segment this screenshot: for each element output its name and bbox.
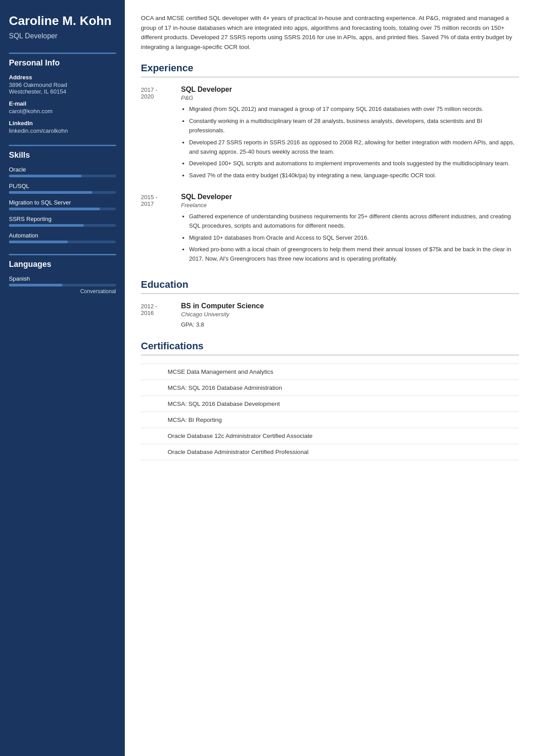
cert-item-3: MCSA: SQL 2016 Database Development xyxy=(141,396,519,412)
skill-plsql: PL/SQL xyxy=(9,183,116,194)
cert-item-4: MCSA: BI Reporting xyxy=(141,412,519,428)
certifications-section: Certifications MCSE Data Management and … xyxy=(141,340,519,460)
bullet-1-2: Constantly working in a multidisciplinar… xyxy=(189,117,519,135)
experience-section: Experience 2017 - 2020 SQL Developer P&G… xyxy=(141,62,519,266)
cert-item-6: Oracle Database Administrator Certified … xyxy=(141,444,519,460)
address-label: Address xyxy=(9,74,116,81)
bullet-2-3: Worked pro-bono with a local chain of gr… xyxy=(189,245,519,264)
resume-container: Caroline M. Kohn SQL Developer Personal … xyxy=(0,0,535,756)
certifications-heading: Certifications xyxy=(141,340,519,356)
bullet-2-1: Gathered experience of understanding bus… xyxy=(189,212,519,231)
bullet-2-2: Migrated 10+ databases from Oracle and A… xyxy=(189,233,519,243)
edu-gpa-1: GPA: 3.8 xyxy=(181,321,519,328)
skill-ssrs: SSRS Reporting xyxy=(9,216,116,227)
skill-automation: Automation xyxy=(9,232,116,243)
education-entry-1: 2012 - 2016 BS in Computer Science Chica… xyxy=(141,302,519,328)
education-heading: Education xyxy=(141,279,519,294)
skill-oracle: Oracle xyxy=(9,166,116,177)
address-value: 3896 Oakmound RoadWestchester, IL 60154 xyxy=(9,82,116,95)
experience-entry-1: 2017 - 2020 SQL Developer P&G Migrated (… xyxy=(141,86,519,183)
email-value: carol@kohn.com xyxy=(9,108,116,114)
edu-degree-1: BS in Computer Science xyxy=(181,302,519,310)
bullet-1-3: Developed 27 SSRS reports in SSRS 2016 a… xyxy=(189,138,519,157)
education-section: Education 2012 - 2016 BS in Computer Sci… xyxy=(141,279,519,328)
edu-body-1: BS in Computer Science Chicago Universit… xyxy=(181,302,519,328)
entry-bullets-2: Gathered experience of understanding bus… xyxy=(181,212,519,264)
personal-info-heading: Personal Info xyxy=(9,53,116,68)
cert-list: MCSE Data Management and Analytics MCSA:… xyxy=(141,364,519,460)
edu-school-1: Chicago University xyxy=(181,311,519,318)
entry-dates-2: 2015 - 2017 xyxy=(141,193,181,266)
entry-company-2: Freelance xyxy=(181,202,519,208)
entry-title-2: SQL Developer xyxy=(181,193,519,201)
entry-bullets-1: Migrated (from SQL 2012) and managed a g… xyxy=(181,105,519,180)
main-content: OCA and MCSE certified SQL developer wit… xyxy=(125,0,535,756)
edu-dates-1: 2012 - 2016 xyxy=(141,302,181,328)
bullet-1-4: Developed 100+ SQL scripts and automatio… xyxy=(189,159,519,168)
entry-body-2: SQL Developer Freelance Gathered experie… xyxy=(181,193,519,266)
entry-dates-1: 2017 - 2020 xyxy=(141,86,181,183)
entry-company-1: P&G xyxy=(181,94,519,101)
linkedin-value: linkedin.com/carolkohn xyxy=(9,127,116,134)
sidebar: Caroline M. Kohn SQL Developer Personal … xyxy=(0,0,125,756)
skill-migration: Migration to SQL Server xyxy=(9,199,116,210)
summary-text: OCA and MCSE certified SQL developer wit… xyxy=(141,13,519,52)
cert-item-2: MCSA: SQL 2016 Database Administration xyxy=(141,380,519,396)
skills-heading: Skills xyxy=(9,145,116,160)
candidate-name: Caroline M. Kohn xyxy=(9,13,116,29)
experience-heading: Experience xyxy=(141,62,519,78)
entry-title-1: SQL Developer xyxy=(181,86,519,94)
email-label: E-mail xyxy=(9,100,116,107)
candidate-title: SQL Developer xyxy=(9,32,116,40)
bullet-1-1: Migrated (from SQL 2012) and managed a g… xyxy=(189,105,519,114)
entry-body-1: SQL Developer P&G Migrated (from SQL 201… xyxy=(181,86,519,183)
cert-item-1: MCSE Data Management and Analytics xyxy=(141,364,519,380)
language-spanish: Spanish Conversational xyxy=(9,275,116,294)
languages-heading: Languages xyxy=(9,254,116,269)
experience-entry-2: 2015 - 2017 SQL Developer Freelance Gath… xyxy=(141,193,519,266)
bullet-1-5: Saved 7% of the data entry budget ($140k… xyxy=(189,171,519,180)
linkedin-label: LinkedIn xyxy=(9,120,116,127)
cert-item-5: Oracle Database 12c Administrator Certif… xyxy=(141,428,519,444)
